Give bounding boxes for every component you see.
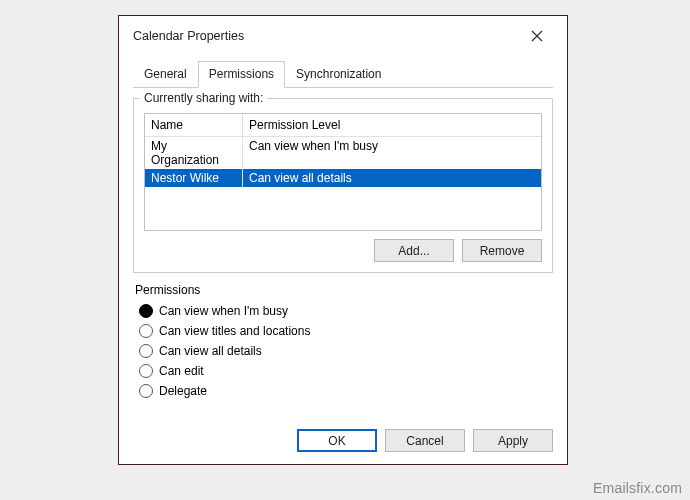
dialog-content: General Permissions Synchronization Curr…: [119, 52, 567, 405]
sharing-buttons: Add... Remove: [144, 239, 542, 262]
titlebar: Calendar Properties: [119, 16, 567, 52]
table-header: Name Permission Level: [145, 114, 541, 137]
table-row[interactable]: My Organization Can view when I'm busy: [145, 137, 541, 169]
window-title: Calendar Properties: [133, 29, 244, 43]
radio-label: Can view when I'm busy: [159, 304, 288, 318]
radio-can-view-busy[interactable]: Can view when I'm busy: [139, 301, 553, 321]
permissions-radios: Can view when I'm busy Can view titles a…: [133, 297, 553, 405]
radio-label: Can view all details: [159, 344, 262, 358]
radio-can-edit[interactable]: Can edit: [139, 361, 553, 381]
radio-label: Can view titles and locations: [159, 324, 310, 338]
radio-icon: [139, 324, 153, 338]
tab-permissions[interactable]: Permissions: [198, 61, 285, 88]
apply-button[interactable]: Apply: [473, 429, 553, 452]
radio-can-view-details[interactable]: Can view all details: [139, 341, 553, 361]
remove-button[interactable]: Remove: [462, 239, 542, 262]
sharing-legend: Currently sharing with:: [140, 91, 267, 105]
cell-permission: Can view when I'm busy: [243, 137, 541, 169]
radio-can-view-titles[interactable]: Can view titles and locations: [139, 321, 553, 341]
permissions-group: Permissions Can view when I'm busy Can v…: [133, 277, 553, 405]
radio-icon: [139, 364, 153, 378]
cell-name: My Organization: [145, 137, 243, 169]
watermark-text: Emailsfix.com: [593, 480, 682, 496]
radio-label: Delegate: [159, 384, 207, 398]
sharing-table[interactable]: Name Permission Level My Organization Ca…: [144, 113, 542, 231]
radio-delegate[interactable]: Delegate: [139, 381, 553, 401]
footer-buttons: OK Cancel Apply: [119, 429, 567, 464]
sharing-group: Currently sharing with: Name Permission …: [133, 98, 553, 273]
col-name: Name: [145, 114, 243, 136]
close-button[interactable]: [519, 24, 555, 48]
close-icon: [531, 30, 543, 42]
add-button[interactable]: Add...: [374, 239, 454, 262]
table-row[interactable]: Nestor Wilke Can view all details: [145, 169, 541, 187]
tab-synchronization[interactable]: Synchronization: [285, 61, 392, 88]
cancel-button[interactable]: Cancel: [385, 429, 465, 452]
col-permission: Permission Level: [243, 114, 541, 136]
tab-bar: General Permissions Synchronization: [133, 60, 553, 88]
tab-general[interactable]: General: [133, 61, 198, 88]
radio-icon: [139, 384, 153, 398]
cell-permission: Can view all details: [243, 169, 541, 187]
radio-icon: [139, 304, 153, 318]
cell-name: Nestor Wilke: [145, 169, 243, 187]
dialog-window: Calendar Properties General Permissions …: [118, 15, 568, 465]
permissions-legend: Permissions: [133, 283, 553, 297]
radio-icon: [139, 344, 153, 358]
ok-button[interactable]: OK: [297, 429, 377, 452]
radio-label: Can edit: [159, 364, 204, 378]
